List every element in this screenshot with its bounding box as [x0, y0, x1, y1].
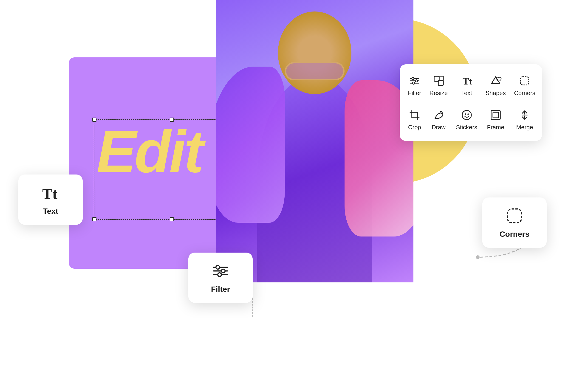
corners-icon-toolbar	[518, 74, 531, 87]
svg-point-25	[218, 273, 221, 276]
svg-rect-16	[491, 110, 500, 120]
svg-point-13	[462, 110, 471, 120]
draw-label: Draw	[432, 124, 446, 131]
resize-label: Resize	[429, 90, 448, 97]
model-photo	[216, 0, 413, 282]
toolbar-merge-button[interactable]: Merge	[511, 104, 538, 136]
filter-floating-icon	[211, 262, 230, 280]
resize-icon	[432, 74, 445, 87]
svg-point-5	[415, 80, 418, 82]
selection-handle-bm[interactable]	[170, 217, 174, 221]
corners-label-toolbar: Corners	[514, 90, 535, 97]
filter-label: Filter	[408, 90, 421, 97]
frame-label: Frame	[487, 124, 504, 131]
toolbar-draw-button[interactable]: Draw	[427, 104, 451, 136]
stickers-label: Stickers	[456, 124, 477, 131]
toolbar-crop-button[interactable]: Crop	[405, 104, 424, 136]
svg-rect-26	[508, 209, 521, 223]
corners-floating-panel[interactable]: Corners	[482, 198, 547, 248]
selection-handle-tl[interactable]	[92, 118, 97, 122]
crop-label: Crop	[408, 124, 421, 131]
svg-text:Tt: Tt	[42, 185, 57, 202]
svg-text:Tt: Tt	[463, 76, 472, 87]
shapes-icon	[489, 74, 502, 87]
svg-point-24	[221, 269, 225, 273]
toolbar-filter-button[interactable]: Filter	[405, 70, 424, 101]
toolbar-shapes-button[interactable]: Shapes	[483, 70, 509, 101]
filter-floating-label: Filter	[211, 285, 230, 294]
toolbar-resize-button[interactable]: Resize	[427, 70, 451, 101]
svg-point-23	[216, 266, 220, 269]
svg-point-4	[412, 77, 414, 80]
corners-floating-label: Corners	[500, 230, 529, 239]
toolbar-corners-button[interactable]: Corners	[511, 70, 538, 101]
filter-icon	[408, 74, 421, 87]
toolbar-panel: Filter Resize Tt Text	[400, 64, 542, 141]
svg-point-0	[476, 255, 480, 259]
merge-label: Merge	[516, 124, 533, 131]
text-floating-icon: Tt	[41, 184, 60, 202]
svg-rect-12	[520, 77, 529, 85]
corners-floating-icon	[505, 207, 524, 225]
merge-icon	[518, 109, 531, 122]
text-icon-toolbar: Tt	[460, 74, 473, 87]
canvas-edit-text: Edit	[97, 122, 202, 181]
toolbar-frame-button[interactable]: Frame	[483, 104, 509, 136]
shapes-label: Shapes	[486, 90, 506, 97]
filter-floating-panel[interactable]: Filter	[188, 252, 253, 303]
stickers-icon	[460, 109, 473, 122]
draw-icon	[432, 109, 445, 122]
canvas-area[interactable]: Edit	[69, 57, 404, 269]
text-floating-panel[interactable]: Tt Text	[18, 175, 83, 225]
scene: Edit	[0, 0, 588, 366]
frame-icon	[489, 109, 502, 122]
text-label: Text	[461, 90, 472, 97]
crop-icon	[408, 109, 421, 122]
svg-point-14	[465, 114, 466, 115]
svg-rect-17	[493, 112, 498, 118]
selection-handle-bl[interactable]	[92, 217, 97, 221]
toolbar-stickers-button[interactable]: Stickers	[453, 104, 480, 136]
svg-point-15	[467, 114, 469, 115]
text-floating-label: Text	[43, 207, 58, 216]
toolbar-text-button[interactable]: Tt Text	[453, 70, 480, 101]
svg-point-6	[412, 82, 415, 84]
